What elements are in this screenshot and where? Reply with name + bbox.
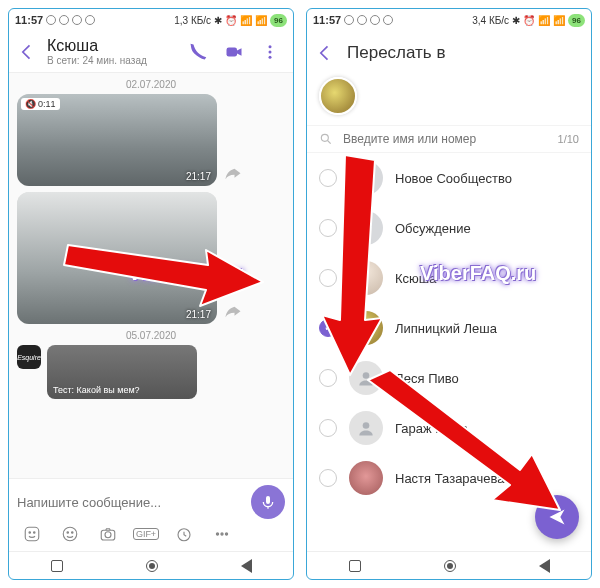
svg-rect-0 (227, 47, 238, 56)
svg-point-14 (216, 533, 218, 535)
contact-name: Липницкий Леша (395, 321, 497, 336)
svg-point-3 (269, 55, 272, 58)
list-item[interactable]: Деся Пиво (307, 353, 591, 403)
chat-title: Ксюша (47, 37, 175, 55)
svg-point-17 (321, 134, 328, 141)
contact-name: Ксюша (395, 271, 436, 286)
svg-point-21 (367, 224, 371, 228)
list-item[interactable]: Обсуждение (307, 203, 591, 253)
status-indicator-icon (85, 15, 95, 25)
message-input[interactable] (17, 495, 243, 510)
voice-message-button[interactable] (251, 485, 285, 519)
contact-name: Обсуждение (395, 221, 471, 236)
contact-name: Гараж Мира (395, 421, 468, 436)
svg-point-22 (363, 372, 370, 379)
svg-point-1 (269, 45, 272, 48)
mute-icon: 🔇 0:11 (21, 98, 60, 110)
gif-icon[interactable]: GIF+ (135, 523, 157, 545)
bluetooth-icon: ✱ (512, 15, 520, 26)
radio-checked-icon[interactable] (319, 319, 337, 337)
selected-avatar[interactable] (319, 77, 357, 115)
more-icon[interactable] (211, 523, 233, 545)
message-time: 21:17 (186, 171, 211, 182)
home-button[interactable] (146, 560, 158, 572)
radio-unchecked-icon[interactable] (319, 419, 337, 437)
recent-apps-button[interactable] (349, 560, 361, 572)
battery-indicator: 96 (270, 14, 287, 27)
svg-point-20 (361, 223, 366, 228)
status-indicator-icon (72, 15, 82, 25)
svg-rect-5 (25, 527, 39, 541)
sender-avatar[interactable]: Esquire (17, 345, 41, 369)
back-button[interactable] (315, 43, 335, 63)
avatar (349, 361, 383, 395)
svg-point-15 (221, 533, 223, 535)
bluetooth-icon: ✱ (214, 15, 222, 26)
status-time: 11:57 (15, 14, 43, 26)
video-message[interactable]: 🔇 0:11 21:17 (17, 94, 217, 186)
svg-point-7 (34, 532, 36, 534)
radio-unchecked-icon[interactable] (319, 169, 337, 187)
radio-unchecked-icon[interactable] (319, 469, 337, 487)
emoji-icon[interactable] (59, 523, 81, 545)
avatar (349, 211, 383, 245)
android-nav-bar (307, 551, 591, 579)
status-network: 1,3 КБ/с (174, 15, 211, 26)
message-time: 21:17 (186, 309, 211, 320)
date-separator: 05.07.2020 (17, 330, 285, 341)
list-item[interactable]: Липницкий Леша (307, 303, 591, 353)
svg-point-12 (105, 532, 111, 538)
timer-icon[interactable] (173, 523, 195, 545)
svg-point-9 (67, 532, 69, 534)
radio-unchecked-icon[interactable] (319, 219, 337, 237)
video-message[interactable]: 21:17 (17, 192, 217, 324)
chat-body: 02.07.2020 🔇 0:11 21:17 21:17 05.07 (9, 73, 293, 478)
chat-subtitle: В сети: 24 мин. назад (47, 55, 175, 66)
composer: GIF+ (9, 478, 293, 551)
alarm-icon: ⏰ (225, 15, 237, 26)
radio-unchecked-icon[interactable] (319, 269, 337, 287)
status-indicator-icon (383, 15, 393, 25)
back-button[interactable] (17, 42, 37, 62)
link-caption: Тест: Какой вы мем? (53, 385, 191, 395)
search-input[interactable] (343, 132, 548, 146)
back-nav-button[interactable] (241, 559, 252, 573)
contact-name: Деся Пиво (395, 371, 459, 386)
list-item[interactable]: Гараж Мира (307, 403, 591, 453)
forward-button[interactable] (221, 300, 245, 324)
status-time: 11:57 (313, 14, 341, 26)
home-button[interactable] (444, 560, 456, 572)
avatar (349, 461, 383, 495)
chat-header: Ксюша В сети: 24 мин. назад (9, 31, 293, 73)
svg-point-23 (363, 422, 370, 429)
avatar (349, 411, 383, 445)
voice-call-button[interactable] (185, 39, 211, 65)
wifi-icon: 📶 (255, 15, 267, 26)
signal-icon: 📶 (240, 15, 252, 26)
svg-point-8 (63, 527, 77, 541)
list-item[interactable]: Новое Сообщество (307, 153, 591, 203)
radio-unchecked-icon[interactable] (319, 369, 337, 387)
svg-point-10 (72, 532, 74, 534)
android-nav-bar (9, 551, 293, 579)
svg-rect-4 (266, 496, 270, 504)
status-indicator-icon (344, 15, 354, 25)
recent-apps-button[interactable] (51, 560, 63, 572)
selection-counter: 1/10 (558, 133, 579, 145)
camera-icon[interactable] (97, 523, 119, 545)
wifi-icon: 📶 (553, 15, 565, 26)
list-item[interactable]: Ксюша (307, 253, 591, 303)
forward-button[interactable] (221, 162, 245, 186)
sticker-icon[interactable] (21, 523, 43, 545)
back-nav-button[interactable] (539, 559, 550, 573)
contact-name: Новое Сообщество (395, 171, 512, 186)
search-icon (319, 132, 333, 146)
video-call-button[interactable] (221, 39, 247, 65)
svg-point-6 (29, 532, 31, 534)
status-indicator-icon (357, 15, 367, 25)
send-button[interactable] (535, 495, 579, 539)
battery-indicator: 96 (568, 14, 585, 27)
contact-list: Новое Сообщество Обсуждение Ксюша Липниц… (307, 153, 591, 551)
link-card[interactable]: Тест: Какой вы мем? (47, 345, 197, 399)
more-menu-button[interactable] (257, 39, 283, 65)
